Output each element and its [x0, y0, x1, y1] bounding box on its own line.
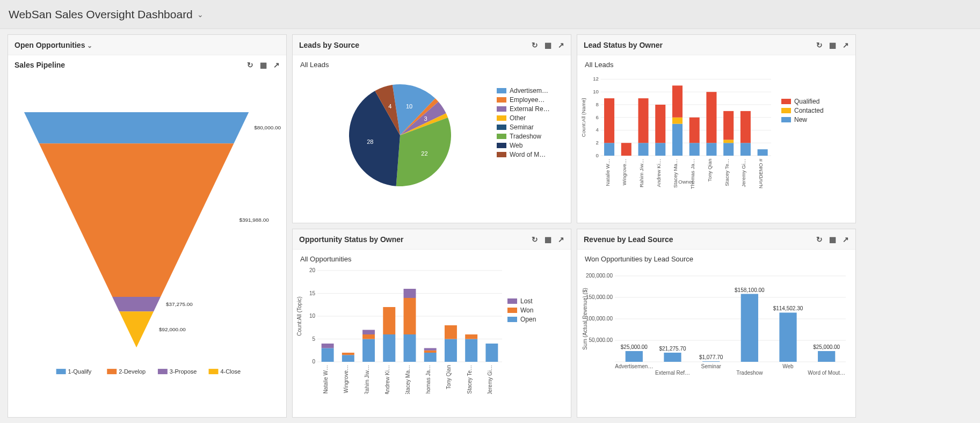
popout-icon[interactable]: ↗: [843, 235, 849, 244]
svg-rect-78: [322, 348, 334, 362]
svg-rect-79: [322, 344, 334, 348]
section-header: Sales Pipeline ↻ ▦ ↗: [8, 55, 286, 75]
popout-icon[interactable]: ↗: [558, 235, 564, 244]
svg-text:3-Propose: 3-Propose: [170, 368, 197, 375]
svg-rect-123: [702, 361, 720, 362]
svg-text:Stacey Ma…: Stacey Ma…: [672, 159, 678, 188]
svg-text:Tony Qian: Tony Qian: [446, 365, 452, 389]
refresh-icon[interactable]: ↻: [532, 41, 538, 49]
svg-rect-46: [655, 105, 665, 143]
svg-text:NAVDEMO #: NAVDEMO #: [758, 158, 764, 188]
svg-text:10: 10: [309, 313, 316, 319]
popout-icon[interactable]: ↗: [273, 61, 280, 69]
svg-text:100,000.00: 100,000.00: [586, 316, 613, 322]
grid-icon[interactable]: ▦: [260, 61, 267, 69]
svg-rect-85: [362, 334, 375, 339]
svg-rect-132: [818, 351, 835, 362]
svg-rect-129: [779, 312, 796, 362]
svg-rect-8: [56, 369, 66, 374]
grid-icon[interactable]: ▦: [545, 235, 551, 244]
svg-rect-117: [626, 351, 643, 362]
svg-text:0: 0: [312, 359, 315, 364]
panel-header: Leads by Source ↻ ▦ ↗: [293, 35, 571, 55]
refresh-icon[interactable]: ↻: [816, 41, 823, 49]
svg-text:Jeremy Gi…: Jeremy Gi…: [741, 159, 746, 187]
svg-text:$37,275.00: $37,275.00: [166, 301, 193, 307]
svg-rect-81: [342, 355, 354, 362]
svg-text:Wingrove…: Wingrove…: [621, 159, 627, 186]
grid-icon[interactable]: ▦: [829, 41, 836, 49]
svg-rect-99: [445, 339, 457, 362]
svg-text:22: 22: [421, 150, 427, 157]
lead-status-legend: QualifiedContactedNew: [781, 71, 828, 223]
svg-rect-63: [741, 111, 751, 143]
opp-status-legend: LostWonOpen: [507, 265, 540, 417]
svg-text:$158,100.00: $158,100.00: [735, 287, 765, 293]
svg-text:Tony Qian: Tony Qian: [707, 159, 713, 182]
svg-text:10: 10: [593, 89, 599, 94]
svg-text:28: 28: [367, 138, 373, 145]
refresh-icon[interactable]: ↻: [816, 235, 823, 244]
svg-rect-120: [664, 353, 681, 362]
svg-rect-103: [465, 334, 477, 339]
svg-rect-49: [672, 118, 683, 124]
svg-text:Sum (Actual Revenue) ($): Sum (Actual Revenue) ($): [582, 288, 588, 350]
svg-rect-56: [706, 92, 716, 143]
svg-text:Seminar: Seminar: [701, 363, 722, 369]
panel-header: Open Opportunities ⌄: [8, 35, 286, 55]
svg-rect-10: [107, 369, 117, 374]
panel-opp-status: Opportunity Status by Owner ↻ ▦ ↗ All Op…: [292, 229, 571, 418]
refresh-icon[interactable]: ↻: [532, 235, 538, 244]
svg-text:3: 3: [424, 115, 427, 122]
svg-rect-38: [604, 98, 614, 143]
svg-rect-14: [209, 369, 219, 374]
svg-text:Stacey Te…: Stacey Te…: [467, 365, 473, 394]
grid-icon[interactable]: ▦: [829, 235, 836, 244]
svg-text:Count:All (Name): Count:All (Name): [580, 98, 586, 137]
grid-icon[interactable]: ▦: [545, 41, 551, 49]
pie-chart: 10322284: [293, 71, 497, 200]
svg-text:Tradeshow: Tradeshow: [736, 370, 763, 376]
lead-status-chart: 024681012Count:All (Name)OwnerNatalie W……: [577, 71, 781, 200]
svg-text:Andrew Ki…: Andrew Ki…: [384, 365, 390, 394]
svg-text:Thomas Ja…: Thomas Ja…: [425, 365, 431, 394]
opp-status-chart: 05101520Count:All (Topic)Natalie W…Wingr…: [293, 265, 507, 394]
svg-text:20: 20: [309, 267, 316, 273]
svg-rect-42: [638, 143, 649, 156]
svg-rect-97: [424, 348, 437, 351]
svg-rect-84: [362, 339, 375, 362]
funnel-chart: $80,000.00$391,988.00$37,275.00$92,000.0…: [8, 75, 286, 417]
svg-text:Wingrove…: Wingrove…: [343, 365, 349, 393]
popout-icon[interactable]: ↗: [558, 41, 564, 49]
svg-rect-62: [741, 143, 751, 156]
svg-text:External Ref…: External Ref…: [655, 370, 690, 376]
revenue-chart: 50,000.00100,000.00150,000.00200,000.00S…: [577, 265, 856, 394]
lead-status-subtitle: All Leads: [577, 55, 855, 71]
popout-icon[interactable]: ↗: [843, 41, 849, 49]
svg-text:15: 15: [309, 290, 316, 296]
refresh-icon[interactable]: ↻: [247, 61, 253, 69]
svg-rect-92: [404, 298, 416, 334]
panel-header: Revenue by Lead Source ↻ ▦ ↗: [577, 229, 855, 250]
svg-text:Advertisemen…: Advertisemen…: [615, 363, 653, 369]
open-opp-title: Open Opportunities: [14, 41, 85, 49]
svg-rect-48: [672, 124, 683, 156]
svg-text:$1,077.70: $1,077.70: [699, 354, 723, 360]
svg-text:Rahim Jiw…: Rahim Jiw…: [638, 159, 644, 187]
svg-rect-37: [604, 143, 614, 156]
svg-text:Web: Web: [782, 363, 794, 369]
svg-rect-12: [158, 369, 168, 374]
svg-text:Count:All (Topic): Count:All (Topic): [296, 296, 302, 336]
chevron-down-icon[interactable]: ⌄: [87, 42, 92, 49]
svg-rect-102: [465, 339, 477, 362]
svg-rect-105: [485, 344, 498, 362]
svg-text:Thomas Ja…: Thomas Ja…: [689, 159, 695, 189]
svg-text:$80,000.00: $80,000.00: [254, 125, 281, 130]
svg-text:Natalie W…: Natalie W…: [323, 365, 329, 393]
revenue-title: Revenue by Lead Source: [584, 235, 673, 244]
chevron-down-icon[interactable]: ⌄: [197, 10, 204, 19]
svg-rect-50: [672, 85, 683, 117]
svg-text:10: 10: [406, 103, 412, 110]
svg-text:5: 5: [312, 336, 315, 342]
svg-rect-88: [383, 334, 395, 362]
